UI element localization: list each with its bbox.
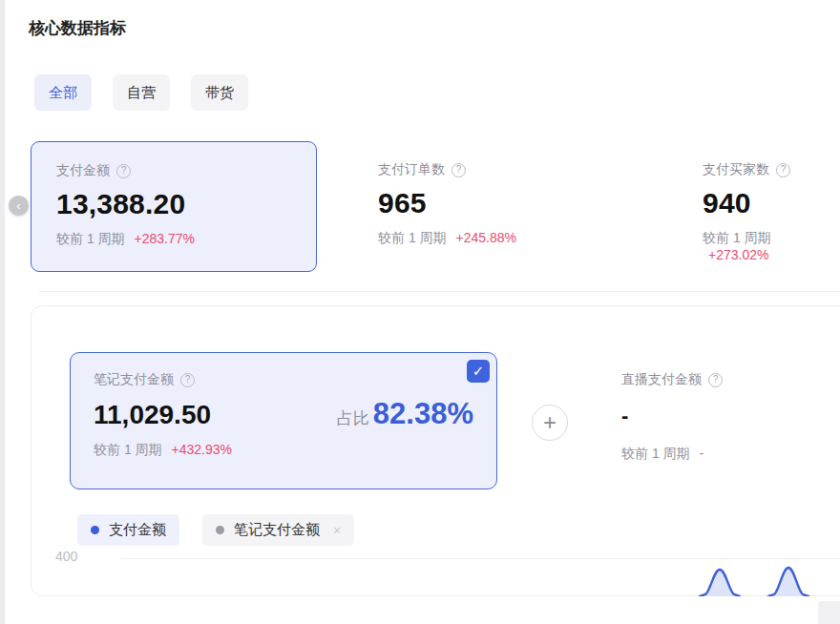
checkbox-checked-icon[interactable]: ✓	[467, 360, 490, 383]
chart-area-fill	[768, 568, 808, 596]
metric-compare-row: 较前 1 周期 +283.77%	[56, 231, 291, 248]
metric-value: 940	[703, 187, 815, 219]
metric-label: 支付金额	[56, 162, 110, 179]
help-icon[interactable]: ?	[452, 163, 466, 177]
breakdown-card-note-payment[interactable]: ✓ 笔记支付金额 ? 11,029.50 占比 82.38% 较前 1 周期 +…	[70, 352, 497, 489]
metric-compare-row: 较前 1 周期 +432.93%	[94, 442, 473, 459]
legend-dot-icon	[91, 526, 99, 534]
area-chart[interactable]	[32, 562, 840, 596]
delta-value: +273.02%	[708, 247, 768, 262]
metric-value: 13,388.20	[56, 188, 291, 220]
share-value: 82.38%	[373, 397, 473, 431]
chart-legend: 支付金额 笔记支付金额 ×	[77, 514, 354, 546]
check-icon: ✓	[472, 363, 485, 380]
help-icon[interactable]: ?	[708, 373, 723, 387]
compare-label: 较前 1 周期	[56, 231, 125, 246]
help-icon[interactable]: ?	[776, 163, 790, 177]
tab-all[interactable]: 全部	[34, 74, 92, 111]
page-edge	[0, 0, 5, 624]
tab-self-operated[interactable]: 自营	[113, 74, 170, 111]
delta-value: +432.93%	[171, 442, 231, 457]
page-title: 核心数据指标	[29, 17, 126, 39]
compare-label: 较前 1 周期	[703, 230, 771, 245]
plus-icon: +	[543, 411, 556, 434]
breakdown-card-live-payment[interactable]: 直播支付金额 ? - 较前 1 周期 -	[621, 371, 723, 463]
metric-label: 笔记支付金额	[94, 371, 174, 388]
delta-value: +283.77%	[134, 231, 194, 246]
metric-compare-row: 较前 1 周期 -	[621, 446, 723, 463]
legend-dot-icon	[216, 526, 224, 534]
share-label: 占比	[337, 407, 369, 429]
compare-label: 较前 1 周期	[378, 230, 447, 245]
metric-compare-row: 较前 1 周期 +273.02%	[703, 230, 815, 262]
legend-item-payment-amount[interactable]: 支付金额	[77, 514, 179, 546]
compare-label: 较前 1 周期	[94, 442, 162, 457]
section-divider	[38, 291, 840, 292]
metric-card-buyer-count[interactable]: 支付买家数 ? 940 较前 1 周期 +273.02%	[678, 141, 840, 272]
metric-label: 支付订单数	[378, 161, 445, 178]
chart-area-fill	[700, 570, 740, 596]
legend-label: 支付金额	[109, 521, 166, 539]
metric-value: 11,029.50	[94, 400, 211, 430]
delta-value: +245.88%	[455, 230, 515, 245]
chevron-left-icon: ‹	[16, 199, 20, 212]
metric-label: 直播支付金额	[621, 371, 702, 388]
add-metric-button[interactable]: +	[532, 405, 568, 441]
metric-label: 支付买家数	[703, 161, 769, 178]
metric-value: -	[621, 404, 723, 428]
bottom-right-widget	[818, 601, 840, 624]
metric-card-payment-amount[interactable]: 支付金额 ? 13,388.20 较前 1 周期 +283.77%	[31, 141, 317, 272]
share-wrap: 占比 82.38%	[337, 397, 473, 431]
help-icon[interactable]: ?	[180, 373, 195, 387]
legend-label: 笔记支付金额	[234, 521, 320, 539]
legend-item-note-payment-amount[interactable]: 笔记支付金额 ×	[202, 514, 354, 546]
tab-affiliate[interactable]: 带货	[191, 74, 248, 111]
close-icon[interactable]: ×	[333, 523, 341, 538]
chart-panel: ✓ 笔记支付金额 ? 11,029.50 占比 82.38% 较前 1 周期 +…	[31, 305, 840, 596]
chart-gridline	[120, 558, 840, 559]
metric-value: 965	[378, 187, 615, 219]
delta-value: -	[699, 446, 704, 461]
carousel-prev-button[interactable]: ‹	[9, 196, 29, 216]
metric-compare-row: 较前 1 周期 +245.88%	[378, 230, 615, 247]
scope-tabs: 全部 自营 带货	[34, 74, 248, 111]
compare-label: 较前 1 周期	[621, 446, 690, 461]
metric-card-order-count[interactable]: 支付订单数 ? 965 较前 1 周期 +245.88%	[353, 141, 640, 272]
help-icon[interactable]: ?	[116, 164, 131, 178]
